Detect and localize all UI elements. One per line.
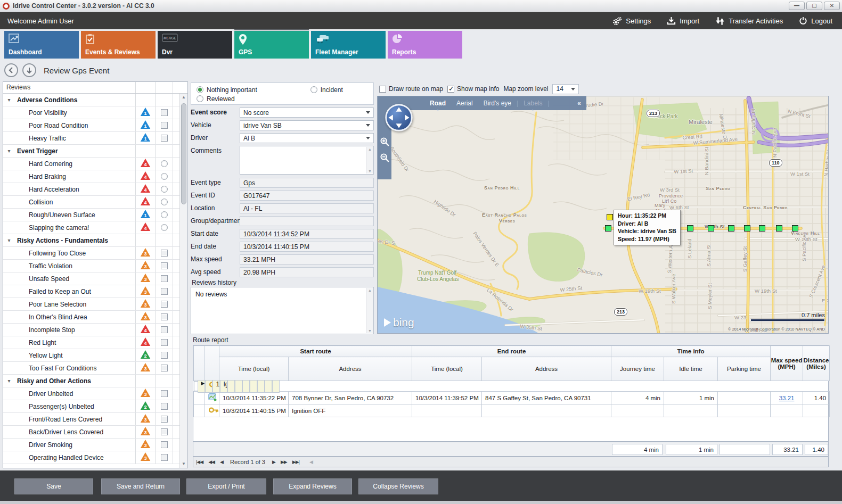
- review-item-row[interactable]: Poor Lane Selection3: [3, 298, 179, 311]
- review-checkbox[interactable]: [161, 262, 168, 269]
- review-item-row[interactable]: Front/Road Lens Covered3: [3, 413, 179, 426]
- pager-prev-button[interactable]: ◀: [220, 459, 223, 465]
- settings-button[interactable]: Settings: [612, 16, 651, 26]
- pager-next-button[interactable]: ▶▶: [281, 459, 287, 465]
- hscroll-left-icon[interactable]: ◀: [309, 459, 313, 465]
- logout-button[interactable]: Logout: [799, 16, 832, 25]
- minimize-button[interactable]: —: [789, 2, 805, 10]
- route-point-marker[interactable]: [792, 225, 798, 232]
- review-checkbox[interactable]: [161, 135, 168, 142]
- checkbox-checked-icon[interactable]: ✓: [447, 86, 454, 93]
- review-checkbox[interactable]: [161, 275, 168, 282]
- draw-route-checkbox[interactable]: Draw route on map: [379, 85, 443, 93]
- show-map-info-checkbox[interactable]: ✓ Show map info: [447, 85, 499, 93]
- review-radio[interactable]: [161, 211, 168, 218]
- scrollbar-thumb[interactable]: [181, 103, 186, 204]
- review-checkbox[interactable]: [161, 339, 168, 346]
- scroll-up-icon[interactable]: ▲: [180, 94, 187, 101]
- review-item-row[interactable]: Back/Driver Lens Covered3: [3, 426, 179, 439]
- expand-reviews-button[interactable]: Expand Reviews: [273, 478, 352, 494]
- review-checkbox[interactable]: [161, 288, 168, 295]
- review-item-row[interactable]: Hard Braking4: [3, 170, 179, 183]
- review-checkbox[interactable]: [161, 250, 168, 257]
- pager-prev-button[interactable]: |◀◀: [196, 459, 203, 465]
- review-item-row[interactable]: Hard Cornering4: [3, 158, 179, 170]
- review-radio[interactable]: [161, 186, 168, 193]
- map-pan-compass[interactable]: [384, 103, 414, 134]
- save-button[interactable]: Save: [14, 478, 93, 494]
- route-point-marker[interactable]: [759, 225, 765, 232]
- review-checkbox[interactable]: [161, 109, 168, 116]
- tab-events-reviews[interactable]: Events & Reviews: [81, 31, 156, 59]
- route-point-marker[interactable]: [776, 225, 782, 232]
- review-group-row[interactable]: ▾Risky Actions - Fundamentals: [3, 234, 179, 247]
- review-item-row[interactable]: Unsafe Speed3: [3, 272, 179, 285]
- radio-icon[interactable]: [310, 86, 317, 93]
- driver-select[interactable]: Al B: [240, 133, 374, 143]
- scroll-down-icon[interactable]: ▼: [180, 460, 187, 468]
- map-layer-road[interactable]: Road: [430, 100, 446, 107]
- review-item-row[interactable]: Too Fast For Conditions3: [3, 362, 179, 375]
- review-item-row[interactable]: Yellow Light2: [3, 349, 179, 362]
- route-point-marker[interactable]: [744, 225, 750, 232]
- reviews-history-scrollbar[interactable]: [366, 288, 373, 333]
- review-checkbox[interactable]: [161, 441, 168, 448]
- status-option-reviewed[interactable]: Reviewed: [197, 95, 235, 103]
- review-item-row[interactable]: Driver Smoking3: [3, 439, 179, 451]
- down-button[interactable]: [22, 63, 36, 77]
- transfer-activities-button[interactable]: Transfer Activities: [715, 16, 783, 26]
- tab-gps[interactable]: GPS: [234, 31, 309, 59]
- map-bar-collapse-button[interactable]: «: [577, 100, 586, 107]
- review-item-row[interactable]: Following Too Close3: [3, 247, 179, 260]
- comments-textarea[interactable]: [240, 146, 374, 175]
- review-item-row[interactable]: Passenger(s) Unbelted2: [3, 400, 179, 413]
- tab-dvr[interactable]: MERGEDvr: [158, 31, 232, 59]
- close-button[interactable]: ✕: [824, 2, 840, 10]
- pager-next-button[interactable]: ▶▶|: [292, 459, 299, 465]
- radio-icon[interactable]: [197, 95, 203, 102]
- review-item-row[interactable]: Traffic Violation3: [3, 260, 179, 272]
- review-item-row[interactable]: Heavy Traffic1: [3, 132, 179, 145]
- route-point-marker[interactable]: [687, 225, 693, 232]
- review-radio[interactable]: [161, 173, 168, 180]
- review-item-row[interactable]: Red Light4: [3, 336, 179, 349]
- review-item-row[interactable]: Operating Handled Device3: [3, 451, 179, 464]
- export-print-button[interactable]: Export / Print: [186, 478, 266, 494]
- review-checkbox[interactable]: [161, 326, 168, 333]
- review-group-row[interactable]: ▾Risky and Other Actions: [3, 375, 179, 387]
- review-checkbox[interactable]: [161, 390, 168, 397]
- map-zoom-in-button[interactable]: [380, 137, 390, 148]
- maximize-button[interactable]: ▢: [806, 2, 822, 10]
- collapse-arrow-icon[interactable]: ▾: [3, 237, 15, 243]
- reviews-scrollbar[interactable]: ▲ ▼: [179, 94, 187, 468]
- map-canvas[interactable]: Trudie DrPeck ParkMiralesteCrest RdMiral…: [377, 96, 829, 334]
- review-group-row[interactable]: ▾Event Trigger: [3, 145, 179, 158]
- route-point-marker[interactable]: [708, 225, 714, 232]
- save-and-return-button[interactable]: Save and Return: [101, 478, 180, 494]
- review-checkbox[interactable]: [161, 313, 168, 320]
- collapse-arrow-icon[interactable]: ▾: [3, 378, 15, 384]
- map-layer-aerial[interactable]: Aerial: [456, 100, 473, 107]
- pager-next-button[interactable]: ▶: [272, 459, 275, 465]
- tab-reports[interactable]: Reports: [388, 31, 462, 59]
- review-checkbox[interactable]: [161, 301, 168, 308]
- radio-selected-icon[interactable]: [197, 86, 203, 93]
- review-checkbox[interactable]: [161, 403, 168, 410]
- review-item-row[interactable]: Driver Unbelted3: [3, 387, 179, 400]
- review-item-row[interactable]: Incomplete Stop4: [3, 324, 179, 336]
- review-checkbox[interactable]: [161, 352, 168, 359]
- route-point-marker[interactable]: [605, 225, 611, 232]
- textarea-scrollbar[interactable]: [366, 147, 373, 173]
- vehicle-select[interactable]: idrive Van SB: [240, 120, 374, 130]
- review-radio[interactable]: [161, 160, 168, 167]
- review-item-row[interactable]: Poor Visibility1: [3, 106, 179, 119]
- review-checkbox[interactable]: [161, 416, 168, 423]
- review-item-row[interactable]: Hard Acceleration4: [3, 183, 179, 196]
- max-speed-link[interactable]: 33.21: [779, 395, 795, 401]
- map-zoom-out-button[interactable]: [380, 153, 390, 164]
- tab-fleet-manager[interactable]: Fleet Manager: [311, 31, 386, 59]
- event-score-select[interactable]: No score: [240, 108, 374, 118]
- review-radio[interactable]: [161, 199, 168, 205]
- checkbox-icon[interactable]: [379, 86, 386, 93]
- selected-point-marker[interactable]: [607, 214, 613, 220]
